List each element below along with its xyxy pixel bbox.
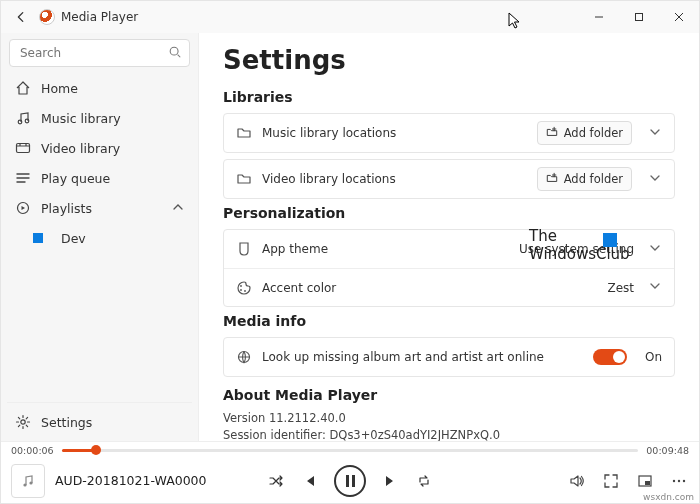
- settings-scroll[interactable]: Settings Libraries Music library locatio…: [199, 33, 699, 441]
- minimize-button[interactable]: [579, 1, 619, 33]
- time-total: 00:09:48: [646, 445, 689, 456]
- sidebar-subitem-dev[interactable]: Dev: [7, 223, 192, 253]
- chevron-down-icon: [648, 280, 662, 295]
- svg-point-15: [673, 479, 675, 481]
- card-personalization: App theme Use system setting Accent colo…: [223, 229, 675, 307]
- section-about-heading: About Media Player: [223, 387, 675, 403]
- about-session: Session identifier: DQs3+0zS40adYI2JHZNP…: [223, 428, 675, 441]
- svg-point-9: [244, 290, 246, 292]
- svg-point-7: [240, 285, 242, 287]
- app-title: Media Player: [61, 10, 138, 24]
- right-controls: [567, 471, 689, 491]
- sidebar-spacer: [7, 253, 192, 398]
- volume-button[interactable]: [567, 471, 587, 491]
- back-button[interactable]: [9, 5, 33, 29]
- add-folder-icon: [546, 126, 558, 140]
- row-video-library-locations[interactable]: Video library locations Add folder: [224, 160, 674, 198]
- card-video-library: Video library locations Add folder: [223, 159, 675, 199]
- svg-point-3: [25, 119, 29, 123]
- sidebar-subitem-label: Dev: [61, 231, 86, 246]
- row-label: Accent color: [262, 281, 597, 295]
- close-icon: [674, 12, 684, 22]
- svg-rect-14: [645, 481, 650, 485]
- gear-icon: [15, 414, 31, 430]
- search-wrap: [9, 39, 190, 67]
- sidebar-item-home[interactable]: Home: [7, 73, 192, 103]
- nav-list: Home Music library Video library Play qu…: [7, 73, 192, 253]
- playlist-color-icon: [33, 233, 43, 243]
- folder-icon: [236, 125, 252, 141]
- toggle-state-label: On: [645, 350, 662, 364]
- home-icon: [15, 80, 31, 96]
- chevron-down-icon: [648, 242, 662, 257]
- add-folder-label: Add folder: [564, 126, 623, 140]
- add-folder-label: Add folder: [564, 172, 623, 186]
- row-label: App theme: [262, 242, 509, 256]
- shuffle-icon: [268, 473, 284, 489]
- card-media-info: Look up missing album art and artist art…: [223, 337, 675, 377]
- row-label: Music library locations: [262, 126, 527, 140]
- sidebar-item-playlists[interactable]: Playlists: [7, 193, 192, 223]
- main: Settings Libraries Music library locatio…: [199, 33, 699, 441]
- maximize-button[interactable]: [619, 1, 659, 33]
- search-input[interactable]: [9, 39, 190, 67]
- row-accent-color[interactable]: Accent color Zest: [224, 268, 674, 306]
- row-label: Video library locations: [262, 172, 527, 186]
- svg-point-11: [23, 483, 26, 486]
- chevron-up-icon: [172, 201, 184, 216]
- arrow-left-icon: [14, 10, 28, 24]
- player-bar: 00:00:06 00:09:48 AUD-20181021-WA0000: [1, 441, 699, 503]
- fullscreen-button[interactable]: [601, 471, 621, 491]
- globe-icon: [236, 349, 252, 365]
- sidebar-item-settings[interactable]: Settings: [7, 407, 192, 437]
- sidebar-item-video-library[interactable]: Video library: [7, 133, 192, 163]
- row-value: Use system setting: [519, 242, 634, 256]
- theme-icon: [236, 241, 252, 257]
- volume-icon: [569, 473, 585, 489]
- progress-knob[interactable]: [91, 445, 101, 455]
- playlists-icon: [15, 200, 31, 216]
- section-media-info-heading: Media info: [223, 313, 675, 329]
- close-button[interactable]: [659, 1, 699, 33]
- note-icon: [20, 473, 36, 489]
- miniplayer-icon: [637, 473, 653, 489]
- controls-row: AUD-20181021-WA0000: [1, 458, 699, 503]
- svg-point-2: [18, 120, 22, 124]
- row-app-theme[interactable]: App theme Use system setting: [224, 230, 674, 268]
- toggle-lookup[interactable]: [593, 349, 627, 365]
- svg-point-8: [240, 289, 242, 291]
- previous-button[interactable]: [300, 471, 320, 491]
- skip-previous-icon: [302, 473, 318, 489]
- repeat-button[interactable]: [414, 471, 434, 491]
- minimize-icon: [594, 12, 604, 22]
- progress-track[interactable]: [62, 449, 639, 452]
- video-icon: [15, 140, 31, 156]
- sidebar-item-label: Home: [41, 81, 78, 96]
- svg-point-16: [678, 479, 680, 481]
- sidebar-item-play-queue[interactable]: Play queue: [7, 163, 192, 193]
- sidebar-footer: Settings: [7, 402, 192, 437]
- sidebar-item-label: Settings: [41, 415, 92, 430]
- svg-rect-0: [636, 14, 643, 21]
- next-button[interactable]: [380, 471, 400, 491]
- shuffle-button[interactable]: [266, 471, 286, 491]
- fullscreen-icon: [603, 473, 619, 489]
- more-icon: [671, 473, 687, 489]
- track-art-tile[interactable]: [11, 464, 45, 498]
- more-button[interactable]: [669, 471, 689, 491]
- transport-controls: [266, 465, 434, 497]
- sidebar-item-label: Video library: [41, 141, 120, 156]
- add-folder-button[interactable]: Add folder: [537, 167, 632, 191]
- play-pause-button[interactable]: [334, 465, 366, 497]
- about-block: Version 11.2112.40.0 Session identifier:…: [223, 411, 675, 441]
- pause-icon: [346, 475, 355, 487]
- svg-point-6: [21, 420, 25, 424]
- miniplayer-button[interactable]: [635, 471, 655, 491]
- search-icon: [168, 45, 182, 59]
- row-music-library-locations[interactable]: Music library locations Add folder: [224, 114, 674, 152]
- add-folder-button[interactable]: Add folder: [537, 121, 632, 145]
- sidebar-item-music-library[interactable]: Music library: [7, 103, 192, 133]
- track-title: AUD-20181021-WA0000: [55, 473, 207, 488]
- app-logo-icon: [39, 9, 55, 25]
- progress-row: 00:00:06 00:09:48: [1, 442, 699, 458]
